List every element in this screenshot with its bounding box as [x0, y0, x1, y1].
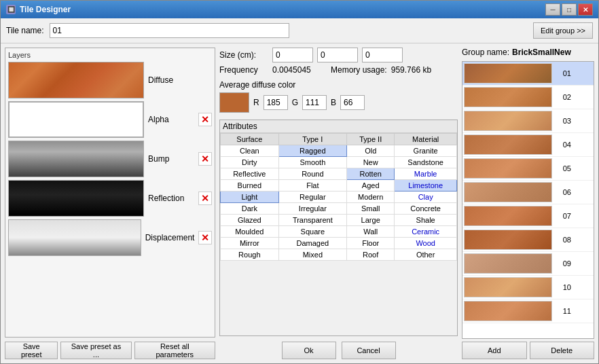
alpha-delete-button[interactable]: ✕ — [198, 113, 212, 126]
attr-cell[interactable]: Marble — [395, 168, 457, 180]
tile-thumbnail — [464, 158, 552, 179]
attr-cell[interactable]: Small — [347, 203, 395, 215]
attr-cell[interactable]: Rotten — [347, 168, 395, 180]
tile-number: 09 — [555, 259, 571, 268]
attr-cell[interactable]: Smooth — [278, 157, 346, 168]
attr-cell[interactable]: Glazed — [221, 215, 279, 226]
bump-thumbnail[interactable] — [8, 141, 144, 177]
color-swatch[interactable] — [219, 92, 249, 113]
attr-cell[interactable]: Mirror — [221, 238, 279, 249]
tile-list-item[interactable]: 07 — [462, 204, 594, 228]
tile-thumbnail — [464, 134, 552, 155]
attr-cell[interactable]: Irregular — [278, 203, 346, 215]
ok-button[interactable]: Ok — [282, 342, 336, 359]
tile-list-item[interactable]: 08 — [462, 228, 594, 252]
layers-title: Layers — [8, 51, 212, 59]
layer-bump: Bump ✕ — [8, 141, 212, 177]
tile-number: 07 — [555, 212, 571, 220]
tile-thumbnail — [464, 253, 552, 274]
alpha-thumbnail[interactable] — [8, 101, 144, 138]
attr-cell[interactable]: Old — [347, 145, 395, 157]
tile-list-item[interactable]: 11 — [462, 299, 594, 323]
attr-cell[interactable]: Concrete — [395, 203, 457, 215]
attr-cell[interactable]: Light — [221, 192, 279, 203]
attr-cell[interactable]: Ceramic — [395, 226, 457, 238]
attr-cell[interactable]: Regular — [278, 192, 346, 203]
size-label: Size (cm): — [219, 50, 268, 60]
delete-icon: ✕ — [201, 193, 209, 204]
diffuse-thumbnail[interactable] — [8, 62, 144, 98]
size-x-input[interactable] — [272, 48, 313, 62]
attr-cell[interactable]: Shale — [395, 215, 457, 226]
tile-list-item[interactable]: 02 — [462, 86, 594, 109]
tile-list-item[interactable]: 10 — [462, 276, 594, 299]
attr-cell[interactable]: Clean — [221, 145, 279, 157]
displacement-thumbnail[interactable] — [8, 219, 141, 256]
attr-cell[interactable]: Limestone — [395, 180, 457, 192]
displacement-delete-button[interactable]: ✕ — [198, 231, 212, 244]
attr-cell[interactable]: Burned — [221, 180, 279, 192]
attr-cell[interactable]: Damaged — [278, 238, 346, 249]
attr-cell[interactable]: Other — [395, 249, 457, 261]
reflection-thumbnail[interactable] — [8, 180, 144, 217]
diffuse-label: Diffuse — [148, 75, 212, 85]
attr-cell[interactable]: Moulded — [221, 226, 279, 238]
tile-number: 11 — [555, 307, 571, 315]
reflection-delete-button[interactable]: ✕ — [198, 192, 212, 205]
tile-list: 0102030405060708091011 — [462, 61, 594, 339]
attr-cell[interactable]: Floor — [347, 238, 395, 249]
reset-all-button[interactable]: Reset all parameters — [134, 342, 215, 359]
attr-cell[interactable]: Roof — [347, 249, 395, 261]
attr-cell[interactable]: Granite — [395, 145, 457, 157]
size-y-input[interactable] — [317, 48, 358, 62]
tile-list-item[interactable]: 09 — [462, 252, 594, 276]
attr-cell[interactable]: Mixed — [278, 249, 346, 261]
size-z-input[interactable] — [362, 48, 403, 62]
attr-cell[interactable]: New — [347, 157, 395, 168]
close-button[interactable]: ✕ — [578, 3, 593, 16]
delete-tile-button[interactable]: Delete — [530, 342, 595, 359]
tile-list-item[interactable]: 05 — [462, 157, 594, 181]
frequency-value: 0.0045045 — [272, 65, 327, 75]
attr-cell[interactable]: Flat — [278, 180, 346, 192]
cancel-button[interactable]: Cancel — [342, 342, 396, 359]
b-input[interactable] — [340, 95, 365, 110]
save-preset-as-button[interactable]: Save preset as ... — [60, 342, 131, 359]
tile-name-input[interactable] — [50, 23, 289, 38]
maximize-button[interactable]: □ — [562, 3, 577, 16]
attr-cell[interactable]: Clay — [395, 192, 457, 203]
tile-thumbnail — [464, 206, 552, 226]
attr-cell[interactable]: Aged — [347, 180, 395, 192]
attr-cell[interactable]: Square — [278, 226, 346, 238]
tile-list-item[interactable]: 04 — [462, 133, 594, 157]
add-tile-button[interactable]: Add — [462, 342, 527, 359]
delete-icon: ✕ — [201, 153, 209, 164]
tile-list-item[interactable]: 03 — [462, 109, 594, 133]
attr-cell[interactable]: Transparent — [278, 215, 346, 226]
bump-delete-button[interactable]: ✕ — [198, 152, 212, 166]
edit-group-button[interactable]: Edit group >> — [533, 22, 593, 39]
attr-cell[interactable]: Reflective — [221, 168, 279, 180]
attr-cell[interactable]: Wall — [347, 226, 395, 238]
attr-cell[interactable]: Modern — [347, 192, 395, 203]
tile-designer-window: 🔲 Tile Designer ─ □ ✕ Tile name: Edit gr… — [0, 0, 599, 364]
tile-list-item[interactable]: 06 — [462, 181, 594, 204]
attr-cell[interactable]: Sandstone — [395, 157, 457, 168]
attr-cell[interactable]: Rough — [221, 249, 279, 261]
attr-cell[interactable]: Dark — [221, 203, 279, 215]
attr-cell[interactable]: Dirty — [221, 157, 279, 168]
save-preset-button[interactable]: Save preset — [5, 342, 58, 359]
attr-cell[interactable]: Round — [278, 168, 346, 180]
g-input[interactable] — [302, 95, 327, 110]
tile-list-item[interactable]: 01 — [462, 62, 594, 86]
tile-thumbnail — [464, 87, 552, 107]
attr-cell[interactable]: Wood — [395, 238, 457, 249]
avg-color-label: Average diffuse color — [219, 80, 458, 90]
minimize-button[interactable]: ─ — [545, 3, 560, 16]
attr-cell[interactable]: Large — [347, 215, 395, 226]
tile-number: 06 — [555, 188, 571, 196]
r-input[interactable] — [264, 95, 288, 110]
g-label: G — [292, 98, 298, 107]
attr-cell[interactable]: Ragged — [278, 145, 346, 157]
delete-icon: ✕ — [201, 232, 209, 243]
